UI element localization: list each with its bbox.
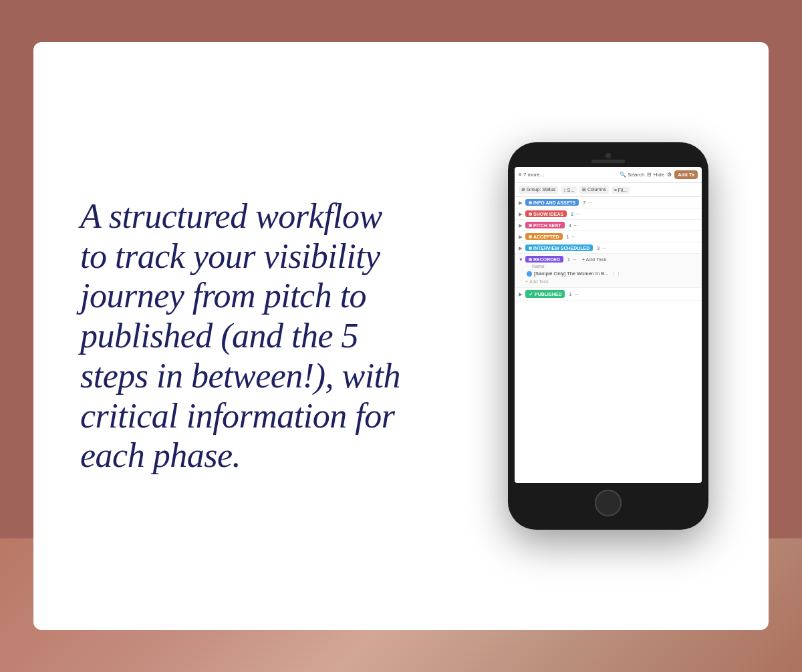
headline-text: A structured workflow to track your visi… bbox=[80, 196, 401, 476]
search-label: Search bbox=[628, 172, 644, 178]
group-header-info-assets[interactable]: ▶ INFO AND ASSETS 7 ··· bbox=[519, 199, 698, 206]
table-row[interactable]: [Sample Only] The Women In B... ⋮⋮ bbox=[519, 269, 698, 278]
count-published: 1 bbox=[569, 292, 571, 297]
search-icon: 🔍 bbox=[620, 172, 626, 178]
count-pitch-sent: 4 bbox=[569, 223, 571, 228]
group-header-published[interactable]: ▶ ✓ PUBLISHED 1 ··· bbox=[519, 290, 698, 298]
more-pitch-sent: ··· bbox=[574, 223, 578, 228]
group-header-accepted[interactable]: ▶ ACCEPTED 1 ··· bbox=[519, 233, 698, 240]
group-header-show-ideas[interactable]: ▶ SHOW IDEAS 2 ··· bbox=[519, 210, 698, 217]
toolbar-hide[interactable]: ⊟ Hide bbox=[647, 172, 664, 178]
chevron-down-icon: ▼ bbox=[519, 257, 523, 261]
badge-pitch-sent: PITCH SENT bbox=[525, 222, 565, 228]
group-interview-scheduled: ▶ INTERVIEW SCHEDULED 3 ··· bbox=[515, 242, 702, 254]
count-show-ideas: 2 bbox=[571, 212, 573, 216]
toolbar-settings[interactable]: ⚙ bbox=[667, 172, 672, 178]
badge-dot bbox=[529, 235, 532, 238]
filter-group[interactable]: ⊕ Group: Status bbox=[519, 186, 558, 194]
check-icon: ✓ bbox=[529, 291, 533, 297]
group-pitch-sent: ▶ PITCH SENT 4 ··· bbox=[515, 220, 702, 231]
task-label: [Sample Only] The Women In B... bbox=[534, 271, 608, 277]
badge-interview-scheduled: INTERVIEW SCHEDULED bbox=[525, 244, 593, 251]
badge-info-assets: INFO AND ASSETS bbox=[525, 199, 579, 206]
badge-dot bbox=[529, 212, 532, 216]
filter-columns[interactable]: ⊞ Columns bbox=[579, 186, 609, 194]
phone-wrapper: ≡ 7 more... 🔍 Search ⊟ Hide ⚙ Add Ta bbox=[495, 142, 722, 530]
chevron-icon: ▶ bbox=[519, 200, 523, 204]
badge-published: ✓ PUBLISHED bbox=[525, 290, 565, 298]
more-info-assets: ··· bbox=[588, 200, 592, 205]
group-recorded: ▼ RECORDED 1 ··· + Add Task Name bbox=[515, 254, 702, 288]
screen-toolbar: ≡ 7 more... 🔍 Search ⊟ Hide ⚙ Add Ta bbox=[515, 167, 702, 183]
add-task-row[interactable]: + Add Task bbox=[519, 278, 698, 285]
filter-filter[interactable]: ≡ Fil... bbox=[612, 186, 630, 194]
group-accepted: ▶ ACCEPTED 1 ··· bbox=[515, 231, 702, 242]
chevron-icon: ▶ bbox=[519, 234, 523, 238]
more-interview-scheduled: ··· bbox=[602, 246, 606, 250]
phone-top bbox=[515, 153, 702, 163]
main-card: A structured workflow to track your visi… bbox=[33, 42, 769, 630]
count-interview-scheduled: 3 bbox=[597, 246, 599, 250]
group-header-recorded[interactable]: ▼ RECORDED 1 ··· + Add Task bbox=[519, 256, 698, 263]
toolbar-search[interactable]: 🔍 Search bbox=[620, 172, 644, 178]
chevron-icon: ▶ bbox=[519, 212, 523, 216]
chevron-icon: ▶ bbox=[519, 246, 523, 250]
chevron-icon: ▶ bbox=[519, 223, 523, 227]
count-accepted: 1 bbox=[567, 234, 569, 239]
toolbar-more[interactable]: ≡ 7 more... bbox=[519, 172, 544, 178]
badge-dot bbox=[529, 201, 532, 204]
group-info-assets: ▶ INFO AND ASSETS 7 ··· bbox=[515, 197, 702, 208]
badge-accepted: ACCEPTED bbox=[525, 233, 563, 240]
group-header-pitch-sent[interactable]: ▶ PITCH SENT 4 ··· bbox=[519, 222, 698, 228]
phone-camera bbox=[606, 153, 611, 158]
task-status-icon bbox=[527, 271, 532, 277]
left-text-area: A structured workflow to track your visi… bbox=[80, 196, 401, 476]
add-task-inline[interactable]: + Add Task bbox=[582, 257, 607, 262]
count-recorded: 1 bbox=[567, 257, 570, 262]
group-published: ▶ ✓ PUBLISHED 1 ··· bbox=[515, 288, 702, 301]
badge-dot bbox=[529, 224, 532, 227]
add-task-label: Add Task bbox=[529, 279, 549, 284]
phone-home-button[interactable] bbox=[595, 490, 622, 516]
phone-screen: ≡ 7 more... 🔍 Search ⊟ Hide ⚙ Add Ta bbox=[515, 167, 702, 483]
phone-mockup: ≡ 7 more... 🔍 Search ⊟ Hide ⚙ Add Ta bbox=[508, 142, 708, 530]
more-published: ··· bbox=[574, 292, 578, 297]
screen-content: ▶ INFO AND ASSETS 7 ··· bbox=[515, 197, 702, 478]
hide-label: ⊟ Hide bbox=[647, 172, 664, 178]
badge-dot bbox=[529, 258, 532, 261]
more-accepted: ··· bbox=[571, 234, 575, 239]
chevron-icon: ▶ bbox=[519, 292, 523, 296]
phone-speaker bbox=[591, 160, 625, 163]
phone-bottom bbox=[515, 483, 702, 519]
group-header-interview-scheduled[interactable]: ▶ INTERVIEW SCHEDULED 3 ··· bbox=[519, 244, 698, 251]
more-show-ideas: ··· bbox=[576, 212, 580, 216]
count-info-assets: 7 bbox=[583, 200, 585, 205]
badge-recorded: RECORDED bbox=[525, 256, 563, 263]
outer-background: A structured workflow to track your visi… bbox=[0, 0, 802, 672]
screen-filters: ⊕ Group: Status ↕ S... ⊞ Columns ≡ Fil..… bbox=[515, 183, 702, 197]
badge-show-ideas: SHOW IDEAS bbox=[525, 210, 567, 217]
plus-icon: + bbox=[525, 279, 528, 284]
filter-sort[interactable]: ↕ S... bbox=[561, 186, 577, 194]
group-show-ideas: ▶ SHOW IDEAS 2 ··· bbox=[515, 208, 702, 220]
badge-dot bbox=[529, 246, 532, 250]
add-task-button[interactable]: Add Ta bbox=[674, 170, 698, 179]
task-menu-icon[interactable]: ⋮⋮ bbox=[612, 271, 621, 277]
column-name-label: Name bbox=[519, 263, 698, 269]
more-recorded: ··· bbox=[573, 257, 577, 262]
